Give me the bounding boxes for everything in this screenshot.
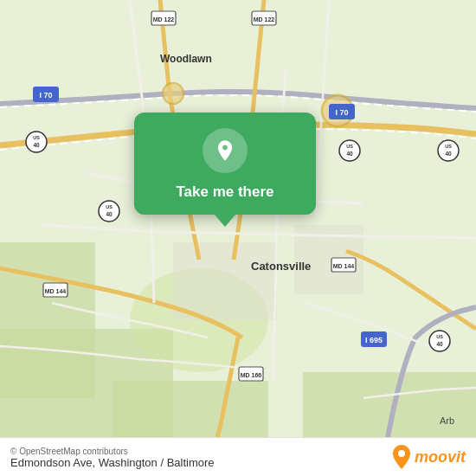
svg-point-8 <box>163 83 183 104</box>
svg-text:I 695: I 695 <box>365 336 383 344</box>
svg-text:MD 144: MD 144 <box>333 263 355 269</box>
map-roads-svg: I 70 I 70 US 40 US 40 US 40 US 40 MD 122… <box>0 0 476 476</box>
location-pin-icon <box>213 138 237 163</box>
svg-text:US: US <box>445 144 452 149</box>
svg-rect-5 <box>173 242 277 320</box>
svg-text:40: 40 <box>445 151 452 157</box>
svg-text:MD 122: MD 122 <box>254 16 275 23</box>
svg-text:MD 144: MD 144 <box>45 288 67 294</box>
svg-text:MD 122: MD 122 <box>153 16 175 23</box>
svg-text:Catonsville: Catonsville <box>251 260 311 273</box>
svg-text:40: 40 <box>436 341 443 347</box>
svg-text:US: US <box>33 135 40 140</box>
svg-text:Arb: Arb <box>440 415 454 426</box>
bottom-bar: © OpenStreetMap contributors Edmondson A… <box>0 437 476 476</box>
svg-text:I 70: I 70 <box>39 91 52 100</box>
moovit-wordmark: moovit <box>415 448 466 466</box>
svg-text:Woodlawn: Woodlawn <box>160 53 212 65</box>
svg-text:40: 40 <box>33 142 40 148</box>
take-me-there-button[interactable]: Take me there <box>176 183 273 201</box>
map-container: I 70 I 70 US 40 US 40 US 40 US 40 MD 122… <box>0 0 476 476</box>
moovit-pin-icon <box>392 445 411 469</box>
copyright-text: © OpenStreetMap contributors <box>10 447 215 456</box>
svg-text:MD 166: MD 166 <box>241 372 262 378</box>
svg-text:I 70: I 70 <box>335 108 348 117</box>
svg-text:40: 40 <box>346 151 353 157</box>
svg-point-43 <box>398 450 405 457</box>
address-text: Edmondson Ave, Washington / Baltimore <box>10 456 215 469</box>
svg-text:40: 40 <box>106 211 113 217</box>
pin-icon-wrapper <box>203 128 248 173</box>
svg-text:US: US <box>436 334 443 339</box>
moovit-logo: moovit <box>392 445 466 469</box>
svg-text:US: US <box>346 144 353 149</box>
svg-text:US: US <box>106 204 113 209</box>
bottom-left-info: © OpenStreetMap contributors Edmondson A… <box>10 445 215 469</box>
popup-card[interactable]: Take me there <box>134 113 316 215</box>
